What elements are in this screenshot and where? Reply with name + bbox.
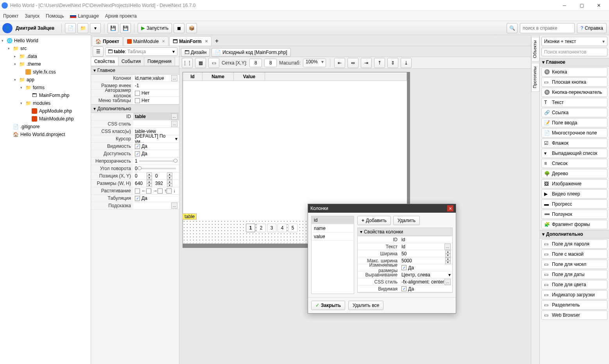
- palette-item[interactable]: 📝Поле ввода: [541, 118, 607, 127]
- tree-app[interactable]: ▾📁app: [0, 76, 91, 84]
- layout-icon[interactable]: ▭: [208, 58, 219, 68]
- help-button[interactable]: ?Справка: [577, 23, 607, 33]
- palette-item[interactable]: ▭Поле для чисел: [541, 260, 607, 269]
- align-top-icon[interactable]: ⤒: [374, 58, 385, 68]
- avatar[interactable]: 👤: [2, 23, 13, 33]
- page-3[interactable]: 3: [267, 224, 276, 232]
- save-button[interactable]: 💾: [107, 23, 118, 33]
- section-extra[interactable]: ▾Дополнительно: [540, 230, 609, 238]
- columns-list[interactable]: id name value: [311, 216, 354, 294]
- palette-item[interactable]: ▭Поле с маской: [541, 249, 607, 259]
- component-selector[interactable]: 🗔 table: Таблица ▾: [105, 47, 177, 56]
- zoom-select[interactable]: 100%: [303, 59, 326, 67]
- page-1[interactable]: 1: [246, 224, 255, 232]
- palette-item[interactable]: 🖼Изображение: [541, 179, 607, 188]
- dots-button[interactable]: …: [171, 113, 177, 120]
- dots-button[interactable]: …: [171, 75, 177, 81]
- page-5[interactable]: 5: [288, 224, 297, 232]
- search-input[interactable]: [520, 23, 575, 33]
- palette-search[interactable]: Поиск компонентов: [541, 48, 607, 56]
- dots-button[interactable]: …: [171, 203, 177, 209]
- tab-mainform[interactable]: 🗔MainForm✕: [169, 36, 211, 46]
- dots-button[interactable]: …: [171, 121, 177, 127]
- palette-item[interactable]: ▭Разделитель: [541, 300, 607, 310]
- close-icon[interactable]: ✕: [205, 39, 208, 43]
- menu-language[interactable]: Language: [70, 13, 99, 19]
- tab-properties[interactable]: Свойства: [91, 57, 118, 66]
- save-all-button[interactable]: 💾: [120, 23, 131, 33]
- add-button[interactable]: +Добавить: [357, 216, 391, 225]
- palette-item[interactable]: 📄Многострочное поле: [541, 128, 607, 138]
- palette-mode[interactable]: Иконки + текст: [541, 37, 607, 46]
- section-main[interactable]: ▾Главное: [540, 58, 609, 66]
- tree-mainform[interactable]: 🗔MainForm.php: [0, 91, 91, 99]
- minimize-button[interactable]: ─: [556, 0, 573, 11]
- palette-item[interactable]: ▭Web Browser: [541, 310, 607, 320]
- run-button[interactable]: ▶Запустить: [138, 23, 172, 33]
- close-icon[interactable]: ✕: [162, 39, 165, 43]
- list-item[interactable]: id: [312, 216, 354, 224]
- close-icon[interactable]: ✕: [447, 205, 453, 212]
- palette-item[interactable]: ▭Индикатор загрузки: [541, 290, 607, 299]
- tab-design[interactable]: 🗔Дизайн: [181, 48, 210, 57]
- menu-project[interactable]: Проект: [3, 13, 19, 19]
- open-dropdown[interactable]: ▾: [90, 23, 101, 33]
- palette-item[interactable]: 🧩Фрагмент формы: [541, 220, 607, 229]
- align-center-v-icon[interactable]: ⇕: [387, 58, 398, 68]
- tab-events[interactable]: События: [118, 57, 145, 66]
- tab-behaviors[interactable]: Поведения: [144, 57, 175, 66]
- tab-project[interactable]: 🏠Проект: [92, 36, 123, 46]
- tree-src[interactable]: ▾📁src: [0, 45, 91, 52]
- delete-button[interactable]: Удалить: [393, 216, 420, 225]
- align-bottom-icon[interactable]: ⤓: [401, 58, 412, 68]
- search-icon[interactable]: 🔍: [507, 23, 518, 33]
- grid-x-input[interactable]: [249, 59, 262, 67]
- tab-mainmodule[interactable]: MainModule✕: [124, 36, 168, 46]
- close-button[interactable]: ✕: [590, 0, 607, 11]
- palette-item[interactable]: ▭Поле для пароля: [541, 239, 607, 249]
- maximize-button[interactable]: ▢: [573, 0, 590, 11]
- grid-icon[interactable]: ▦: [195, 58, 206, 68]
- stop-button[interactable]: ◼: [174, 23, 184, 33]
- menu-run[interactable]: Запуск: [25, 13, 40, 19]
- menu-icon[interactable]: ☰: [93, 47, 104, 57]
- delete-all-button[interactable]: Удалить все: [348, 301, 383, 310]
- palette-item[interactable]: ▭Поле для даты: [541, 270, 607, 279]
- palette-item[interactable]: ▾Выпадающий список: [541, 149, 607, 158]
- page-4[interactable]: 4: [278, 224, 287, 232]
- palette-item[interactable]: 🌳Дерево: [541, 169, 607, 178]
- palette-item[interactable]: ≡Список: [541, 159, 607, 168]
- dots-button[interactable]: …: [444, 244, 451, 250]
- grid-y-input[interactable]: [264, 59, 277, 67]
- side-tab-prototypes[interactable]: Прототипы: [531, 63, 539, 92]
- dots-button[interactable]: …: [444, 279, 451, 285]
- align-right-icon[interactable]: ⇥: [361, 58, 372, 68]
- palette-item[interactable]: 🔘Кнопка: [541, 67, 607, 77]
- palette-item[interactable]: ▶Видео плеер: [541, 189, 607, 199]
- tree-mainmodule[interactable]: MainModule.php: [0, 115, 91, 123]
- menu-help[interactable]: Помощь: [46, 13, 64, 19]
- new-button[interactable]: 📄: [65, 23, 76, 33]
- tree-appmodule[interactable]: AppModule.php: [0, 107, 91, 115]
- palette-item[interactable]: 🔗Ссылка: [541, 108, 607, 117]
- palette-item[interactable]: ➖Ползунок: [541, 210, 607, 219]
- tree-gitignore[interactable]: 📄.gitignore: [0, 123, 91, 131]
- palette-item[interactable]: 🔘Кнопка-переключатель: [541, 88, 607, 97]
- section-main[interactable]: ▾Главное: [91, 66, 179, 75]
- grid-dots-icon[interactable]: ⋮⋮: [182, 58, 193, 68]
- align-center-h-icon[interactable]: ⇔: [347, 58, 358, 68]
- side-tab-objects[interactable]: Объекты: [531, 37, 539, 61]
- tree-forms[interactable]: ▾📁forms: [0, 84, 91, 91]
- palette-item[interactable]: ▬Прогресс: [541, 199, 607, 209]
- page-2[interactable]: 2: [256, 224, 266, 232]
- tab-source[interactable]: 📄Исходный код [MainForm.php]: [211, 48, 290, 57]
- palette-item[interactable]: ▭Поле для цвета: [541, 280, 607, 289]
- open-button[interactable]: 📁: [77, 23, 88, 33]
- list-item[interactable]: name: [312, 224, 354, 233]
- tree-style[interactable]: style.fx.css: [0, 68, 91, 76]
- tree-root[interactable]: ▾🌐Hello World: [0, 37, 91, 45]
- list-item[interactable]: value: [312, 233, 354, 241]
- add-tab-button[interactable]: +: [212, 36, 222, 46]
- palette-item[interactable]: TТекст: [541, 98, 607, 107]
- align-left-icon[interactable]: ⇤: [334, 58, 345, 68]
